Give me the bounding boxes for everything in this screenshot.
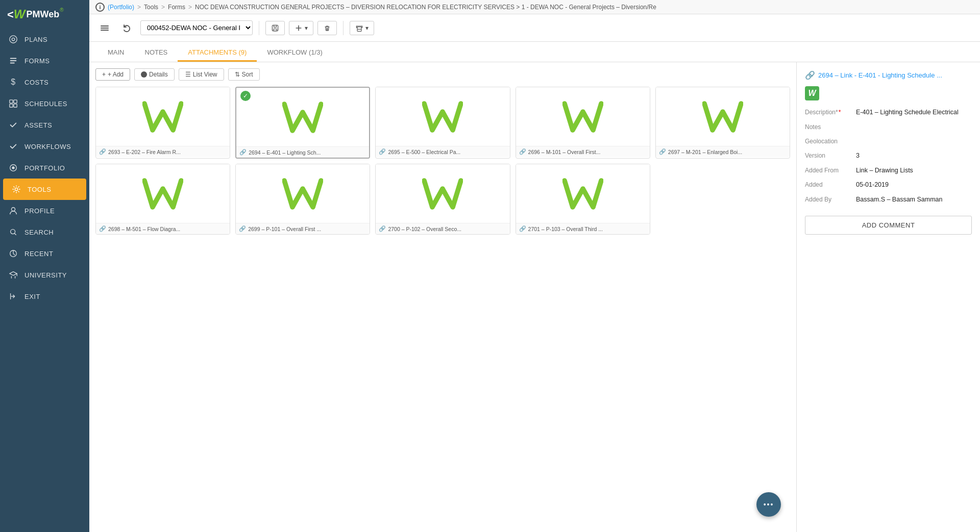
tab-attachments[interactable]: ATTACHMENTS (9) — [178, 44, 257, 62]
attachment-thumb — [656, 87, 790, 146]
attachment-footer: 🔗 2695 – E-500 – Electrical Pa... — [376, 146, 509, 157]
sidebar-item-label: Profile — [24, 207, 55, 215]
svg-rect-7 — [10, 104, 13, 107]
attachment-card-2695[interactable]: 🔗 2695 – E-500 – Electrical Pa... — [375, 87, 510, 159]
attachment-thumb — [376, 164, 509, 223]
attachment-footer: 🔗 2699 – P-101 – Overall First ... — [236, 223, 370, 234]
sidebar-item-portfolio[interactable]: Portfolio — [0, 157, 89, 179]
breadcrumb-portfolio[interactable]: (Portfolio) — [108, 4, 134, 11]
breadcrumb-project: NOC DEWA CONSTRUCTION GENERAL PROJECTS –… — [195, 4, 656, 11]
fab-button[interactable]: ••• — [756, 492, 781, 517]
notes-value — [856, 122, 972, 132]
attachment-card-2700[interactable]: 🔗 2700 – P-102 – Overall Seco... — [375, 164, 510, 235]
sidebar-item-plans[interactable]: Plans — [0, 29, 89, 50]
sub-toolbar: + + Add Details ☰ List View ⇅ Sort — [95, 68, 790, 81]
attachment-footer: 🔗 2693 – E-202 – Fire Alarm R... — [96, 146, 230, 157]
sidebar-item-exit[interactable]: Exit — [0, 286, 89, 307]
svg-rect-17 — [101, 30, 109, 31]
sidebar-item-assets[interactable]: Assets — [0, 114, 89, 136]
delete-button[interactable] — [317, 21, 337, 35]
schedules-icon — [8, 98, 18, 109]
svg-rect-3 — [10, 60, 17, 61]
sidebar-item-search[interactable]: Search — [0, 221, 89, 243]
print-button[interactable]: ▾ — [350, 21, 374, 35]
attachment-footer: 🔗 2700 – P-102 – Overall Seco... — [376, 223, 509, 234]
details-button[interactable]: Details — [134, 68, 175, 81]
sidebar-item-costs[interactable]: $ Costs — [0, 71, 89, 93]
link-icon: 🔗 — [379, 148, 386, 155]
added-by-label: Added By — [805, 195, 856, 205]
attachment-footer: 🔗 2697 – M-201 – Enlarged Boi... — [656, 146, 790, 157]
assets-icon — [8, 120, 18, 130]
hamburger-button[interactable] — [95, 20, 114, 36]
save-button[interactable] — [265, 21, 285, 35]
sidebar-nav: Plans Forms $ Costs Schedules Assets — [0, 29, 89, 532]
svg-point-12 — [11, 208, 15, 211]
field-description: Description* E-401 – Lighting Schedule E… — [805, 108, 972, 117]
link-icon: 🔗 — [239, 149, 247, 156]
svg-rect-20 — [357, 29, 361, 31]
attachment-thumb — [516, 164, 650, 223]
details-icon — [141, 71, 147, 78]
profile-icon — [8, 206, 18, 216]
added-by-value: Bassam.S – Bassam Samman — [856, 195, 972, 205]
attachment-grid: 🔗 2693 – E-202 – Fire Alarm R... ✓ 🔗 — [95, 87, 790, 235]
description-label: Description* — [805, 108, 856, 117]
svg-rect-15 — [101, 26, 109, 27]
sidebar-item-university[interactable]: University — [0, 264, 89, 286]
add-comment-button[interactable]: ADD COMMENT — [805, 216, 972, 235]
sidebar-item-workflows[interactable]: Workflows — [0, 136, 89, 157]
sidebar-item-label: Assets — [24, 121, 52, 129]
attachment-footer: 🔗 2698 – M-501 – Flow Diagra... — [96, 223, 230, 234]
attachment-card-2696[interactable]: 🔗 2696 – M-101 – Overall First... — [516, 87, 650, 159]
sidebar-item-tools[interactable]: Tools — [3, 179, 86, 200]
workflows-icon — [8, 141, 18, 151]
svg-rect-4 — [10, 63, 15, 64]
attachment-footer: 🔗 2694 – E-401 – Lighting Sch... — [236, 146, 369, 158]
panel-link-text[interactable]: 2694 – Link - E-401 - Lighting Schedule … — [818, 71, 942, 79]
toolbar: 000452-DEWA NOC - General Project ▾ ▾ — [89, 14, 980, 42]
field-version: Version 3 — [805, 151, 972, 161]
link-icon: 🔗 — [99, 225, 106, 232]
sort-icon: ⇅ — [235, 71, 240, 78]
fab-icon: ••• — [764, 500, 774, 509]
sidebar-item-recent[interactable]: Recent — [0, 243, 89, 264]
attachment-card-2697[interactable]: 🔗 2697 – M-201 – Enlarged Boi... — [655, 87, 790, 159]
undo-button[interactable] — [118, 20, 136, 36]
attachment-card-2701[interactable]: 🔗 2701 – P-103 – Overall Third ... — [516, 164, 650, 235]
attachment-card-2699[interactable]: 🔗 2699 – P-101 – Overall First ... — [235, 164, 370, 235]
attachment-label: 2695 – E-500 – Electrical Pa... — [388, 149, 460, 155]
attachment-label: 2701 – P-103 – Overall Third ... — [528, 226, 603, 232]
sidebar-item-schedules[interactable]: Schedules — [0, 93, 89, 114]
attachment-thumb — [376, 87, 509, 146]
sort-button[interactable]: ⇅ Sort — [228, 68, 260, 81]
tab-notes[interactable]: NOTES — [135, 44, 178, 62]
field-added-by: Added By Bassam.S – Bassam Samman — [805, 195, 972, 205]
sidebar-item-forms[interactable]: Forms — [0, 50, 89, 71]
attachment-card-2693[interactable]: 🔗 2693 – E-202 – Fire Alarm R... — [95, 87, 230, 159]
sidebar-item-profile[interactable]: Profile — [0, 200, 89, 221]
attachment-card-2698[interactable]: 🔗 2698 – M-501 – Flow Diagra... — [95, 164, 230, 235]
plans-icon — [8, 34, 18, 44]
tab-main[interactable]: MAIN — [97, 44, 135, 62]
search-icon — [8, 227, 18, 237]
add-button[interactable]: ▾ — [289, 21, 313, 35]
list-view-button[interactable]: ☰ List View — [179, 68, 224, 81]
breadcrumb-sep-1: > — [137, 4, 141, 11]
attachment-label: 2697 – M-201 – Enlarged Boi... — [668, 149, 742, 155]
exit-icon — [8, 291, 18, 301]
added-value: 05-01-2019 — [856, 180, 972, 190]
panel-logo-badge: W — [805, 86, 819, 100]
field-added: Added 05-01-2019 — [805, 180, 972, 190]
attachment-footer: 🔗 2701 – P-103 – Overall Third ... — [516, 223, 650, 234]
breadcrumb-tools: Tools — [144, 4, 158, 11]
sidebar-item-label: Plans — [24, 36, 47, 43]
sidebar-item-label: Tools — [28, 186, 51, 193]
add-attachment-button[interactable]: + + Add — [95, 68, 130, 81]
tab-workflow[interactable]: WORKFLOW (1/3) — [257, 44, 332, 62]
added-from-label: Added From — [805, 166, 856, 175]
added-label: Added — [805, 180, 856, 190]
attachment-thumb — [236, 164, 370, 223]
attachment-card-2694[interactable]: ✓ 🔗 2694 – E-401 – Lighting Sch... — [235, 87, 370, 159]
record-selector[interactable]: 000452-DEWA NOC - General Project — [140, 20, 253, 35]
